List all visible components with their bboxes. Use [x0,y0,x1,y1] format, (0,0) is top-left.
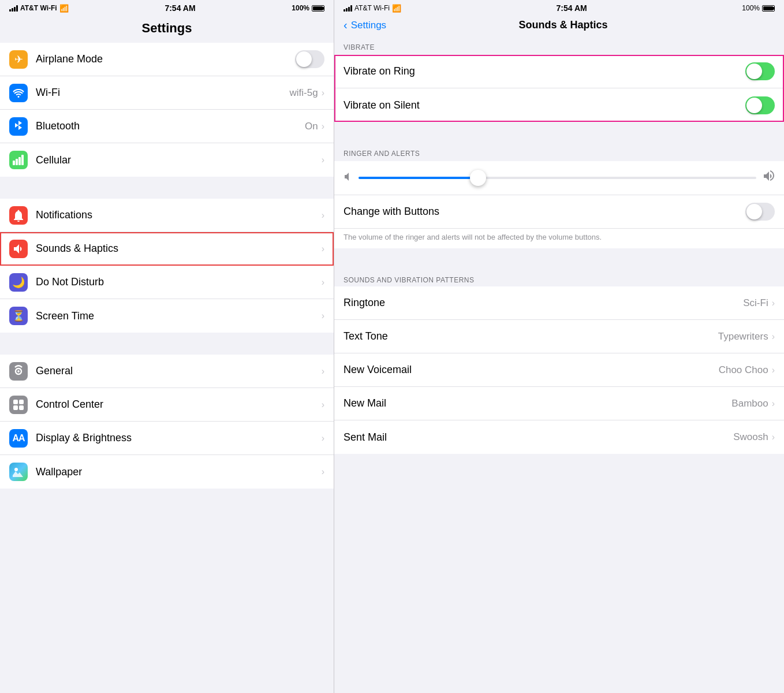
wallpaper-icon [9,463,28,481]
new-mail-value: Bamboo [731,398,768,409]
do-not-disturb-chevron: › [322,277,324,288]
bar3 [14,7,16,12]
settings-item-display-brightness[interactable]: AA Display & Brightness › [0,422,334,455]
divider-1 [334,123,784,144]
settings-item-screen-time[interactable]: ⏳ Screen Time › [0,299,334,333]
settings-item-wifi[interactable]: Wi-Fi wifi-5g › [0,76,334,110]
notifications-icon [9,206,28,225]
settings-item-airplane-mode[interactable]: ✈ Airplane Mode [0,43,334,76]
cellular-icon [9,151,28,169]
svg-rect-4 [13,400,18,404]
right-battery-info: 100% [742,4,775,12]
ringtone-label: Ringtone [344,297,743,309]
vibrate-silent-toggle[interactable] [745,96,775,114]
ringer-slider-section: Change with Buttons The volume of the ri… [334,161,784,248]
r-bar3 [348,7,350,12]
right-carrier-info: AT&T Wi-Fi 📶 [344,4,401,13]
r-battery-tip [773,7,774,10]
bluetooth-label: Bluetooth [36,120,305,132]
left-battery-info: 100% [292,4,324,12]
change-buttons-label: Change with Buttons [344,206,745,218]
settings-item-bluetooth[interactable]: Bluetooth On › [0,110,334,143]
bluetooth-chevron: › [322,121,324,132]
vibrate-ring-toggle[interactable] [745,62,775,80]
settings-item-wallpaper[interactable]: Wallpaper › [0,455,334,489]
change-buttons-item[interactable]: Change with Buttons [334,195,784,229]
airplane-mode-label: Airplane Mode [36,53,295,65]
sounds-haptics-chevron: › [322,244,324,254]
bar1 [9,9,11,12]
screen-time-icon: ⏳ [9,307,28,325]
wallpaper-label: Wallpaper [36,466,322,478]
airplane-mode-knob [296,51,312,67]
settings-item-sounds-haptics[interactable]: Sounds & Haptics › [0,232,334,266]
ringtone-item[interactable]: Ringtone Sci-Fi › [334,286,784,320]
airplane-mode-toggle[interactable] [295,50,324,68]
spacer-2 [0,334,334,355]
divider-2 [334,249,784,270]
right-battery-percent: 100% [742,4,760,12]
new-voicemail-label: New Voicemail [344,364,719,376]
settings-item-general[interactable]: General › [0,355,334,388]
battery-fill [313,6,323,10]
sent-mail-item[interactable]: Sent Mail Swoosh › [334,420,784,454]
right-wifi-icon: 📶 [392,4,401,13]
right-carrier-label: AT&T Wi-Fi [354,4,390,12]
volume-low-icon [344,172,353,184]
wifi-value: wifi-5g [290,87,318,99]
display-brightness-label: Display & Brightness [36,432,322,444]
change-buttons-toggle[interactable] [745,203,775,221]
settings-item-notifications[interactable]: Notifications › [0,199,334,232]
bluetooth-value: On [305,121,318,132]
wifi-label: Wi-Fi [36,87,290,99]
left-battery-percent: 100% [292,4,309,12]
r-bar1 [344,9,345,12]
general-label: General [36,365,322,377]
new-mail-label: New Mail [344,397,731,409]
settings-item-control-center[interactable]: Control Center › [0,388,334,422]
svg-rect-6 [13,405,18,410]
vibrate-silent-item[interactable]: Vibrate on Silent [334,88,784,122]
vibrate-section: Vibrate on Ring Vibrate on Silent [334,55,784,122]
back-chevron-icon: ‹ [344,18,348,32]
cellular-label: Cellular [36,154,322,166]
ringtone-chevron: › [772,298,775,308]
bluetooth-icon [9,117,28,136]
svg-rect-5 [19,400,24,404]
ringer-slider-fill [359,177,478,179]
left-wifi-icon: 📶 [59,4,69,13]
settings-group-1: ✈ Airplane Mode Wi-Fi wifi-5g [0,43,334,177]
text-tone-item[interactable]: Text Tone Typewriters › [334,320,784,353]
svg-rect-1 [16,159,18,165]
battery-tip [323,7,324,10]
new-voicemail-chevron: › [772,365,775,375]
general-icon [9,362,28,381]
cellular-chevron: › [322,155,324,165]
settings-list: ✈ Airplane Mode Wi-Fi wifi-5g [0,43,334,693]
text-tone-label: Text Tone [344,330,718,342]
sounds-patterns-group: Ringtone Sci-Fi › Text Tone Typewriters … [334,286,784,454]
text-tone-value: Typewriters [718,331,768,342]
ringer-info-text: The volume of the ringer and alerts will… [334,229,784,248]
notifications-label: Notifications [36,209,322,221]
vibrate-ring-item[interactable]: Vibrate on Ring [334,55,784,88]
new-mail-item[interactable]: New Mail Bamboo › [334,387,784,420]
vibrate-silent-knob [746,98,762,113]
sent-mail-label: Sent Mail [344,431,733,444]
vibrate-ring-label: Vibrate on Ring [344,65,745,77]
ringer-slider-track[interactable] [359,177,756,179]
display-brightness-chevron: › [322,433,324,444]
right-time: 7:54 AM [557,3,587,13]
left-battery-icon [312,5,324,12]
settings-item-cellular[interactable]: Cellular › [0,143,334,177]
ringer-slider-thumb[interactable] [470,170,486,186]
new-voicemail-item[interactable]: New Voicemail Choo Choo › [334,353,784,387]
settings-item-do-not-disturb[interactable]: 🌙 Do Not Disturb › [0,266,334,299]
left-carrier-label: AT&T Wi-Fi [20,4,57,12]
sounds-section-header: SOUNDS AND VIBRATION PATTERNS [334,270,784,286]
right-content: VIBRATE Vibrate on Ring Vibrate on Silen… [334,38,784,693]
r-battery-fill [763,6,773,10]
bar4 [16,5,18,12]
right-page-title: Sounds & Haptics [352,19,775,31]
new-voicemail-value: Choo Choo [719,364,768,376]
